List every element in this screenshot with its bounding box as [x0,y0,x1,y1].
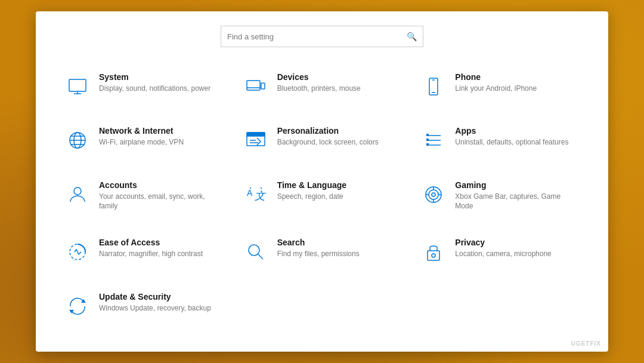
settings-desc-update: Windows Update, recovery, backup [99,303,211,313]
settings-text-update: Update & Security Windows Update, recove… [99,292,211,313]
settings-desc-network: Wi-Fi, airplane mode, VPN [99,137,184,147]
settings-item-phone[interactable]: Phone Link your Android, iPhone [411,64,589,118]
svg-rect-3 [247,81,260,90]
settings-item-update[interactable]: Update & Security Windows Update, recove… [55,284,233,337]
settings-item-time[interactable]: A 文 Time & Language Speech, region, date [233,172,411,230]
settings-text-network: Network & Internet Wi-Fi, airplane mode,… [99,126,184,147]
settings-desc-personalization: Background, lock screen, colors [277,137,379,147]
settings-text-privacy: Privacy Location, camera, microphone [455,238,551,259]
accounts-icon [64,182,91,208]
settings-title-personalization: Personalization [277,126,379,136]
svg-point-38 [432,254,435,257]
search-icon [243,239,269,265]
settings-title-ease: Ease of Access [99,238,203,247]
gaming-icon [420,182,447,208]
svg-rect-21 [426,134,429,136]
settings-item-system[interactable]: System Display, sound, notifications, po… [55,64,233,118]
settings-title-accounts: Accounts [99,180,218,190]
svg-line-36 [258,254,263,259]
apps-icon [420,127,447,153]
settings-title-time: Time & Language [277,180,346,190]
svg-rect-4 [261,83,265,89]
settings-desc-phone: Link your Android, iPhone [455,84,537,94]
settings-text-search: Search Find my files, permissions [277,238,360,259]
settings-item-devices[interactable]: Devices Bluetooth, printers, mouse [233,64,411,118]
svg-rect-0 [69,79,86,91]
settings-item-gaming[interactable]: Gaming Xbox Game Bar, captures, Game Mod… [411,172,589,230]
settings-window: 🔍 System Display, sound, notifications, … [36,11,608,352]
settings-item-search[interactable]: Search Find my files, permissions [233,229,411,283]
search-bar-container: 🔍 [55,26,589,47]
settings-desc-devices: Bluetooth, printers, mouse [277,84,361,94]
settings-desc-system: Display, sound, notifications, power [99,84,210,94]
settings-item-apps[interactable]: Apps Uninstall, defaults, optional featu… [411,118,589,171]
svg-point-28 [429,190,438,199]
settings-desc-privacy: Location, camera, microphone [455,249,551,259]
search-input[interactable] [227,32,407,41]
personalization-icon [243,127,269,153]
svg-rect-22 [426,139,429,141]
network-icon [64,127,91,153]
settings-desc-accounts: Your accounts, email, sync, work, family [99,192,218,212]
settings-title-system: System [99,72,210,82]
settings-text-phone: Phone Link your Android, iPhone [455,72,537,94]
update-icon [64,293,91,319]
system-icon [64,73,91,100]
settings-title-network: Network & Internet [99,126,184,136]
settings-desc-time: Speech, region, date [277,192,346,202]
search-bar: 🔍 [221,26,423,47]
settings-title-privacy: Privacy [455,238,551,247]
settings-grid: System Display, sound, notifications, po… [55,64,589,337]
settings-title-update: Update & Security [99,292,211,302]
settings-item-personalization[interactable]: Personalization Background, lock screen,… [233,118,411,171]
settings-text-gaming: Gaming Xbox Game Bar, captures, Game Mod… [455,180,574,212]
devices-icon [243,73,269,100]
settings-title-phone: Phone [455,72,537,82]
settings-text-time: Time & Language Speech, region, date [277,180,346,202]
svg-text:A: A [247,188,253,198]
watermark-label: UGETFIX [571,340,601,347]
settings-desc-ease: Narrator, magnifier, high contrast [99,249,203,259]
settings-desc-apps: Uninstall, defaults, optional features [455,137,568,147]
privacy-icon [420,239,447,265]
svg-point-35 [249,245,259,256]
phone-icon [420,73,447,100]
settings-title-devices: Devices [277,72,361,82]
time-icon: A 文 [243,182,269,208]
search-icon: 🔍 [407,32,417,41]
svg-point-29 [432,193,435,196]
settings-text-ease: Ease of Access Narrator, magnifier, high… [99,238,203,259]
svg-text:文: 文 [255,190,267,202]
settings-item-ease[interactable]: Ease of Access Narrator, magnifier, high… [55,229,233,283]
settings-text-system: System Display, sound, notifications, po… [99,72,210,94]
settings-desc-gaming: Xbox Game Bar, captures, Game Mode [455,192,574,212]
settings-item-accounts[interactable]: Accounts Your accounts, email, sync, wor… [55,172,233,230]
settings-text-personalization: Personalization Background, lock screen,… [277,126,379,147]
svg-point-24 [74,187,81,195]
settings-desc-search: Find my files, permissions [277,249,360,259]
settings-text-apps: Apps Uninstall, defaults, optional featu… [455,126,568,147]
settings-title-search: Search [277,238,360,247]
settings-text-devices: Devices Bluetooth, printers, mouse [277,72,361,94]
settings-item-network[interactable]: Network & Internet Wi-Fi, airplane mode,… [55,118,233,171]
svg-rect-37 [428,251,439,260]
svg-rect-23 [426,143,429,146]
settings-title-apps: Apps [455,126,568,136]
svg-rect-15 [247,133,265,136]
ease-icon [64,239,91,265]
settings-text-accounts: Accounts Your accounts, email, sync, wor… [99,180,218,212]
settings-title-gaming: Gaming [455,180,574,190]
settings-item-privacy[interactable]: Privacy Location, camera, microphone [411,229,589,283]
